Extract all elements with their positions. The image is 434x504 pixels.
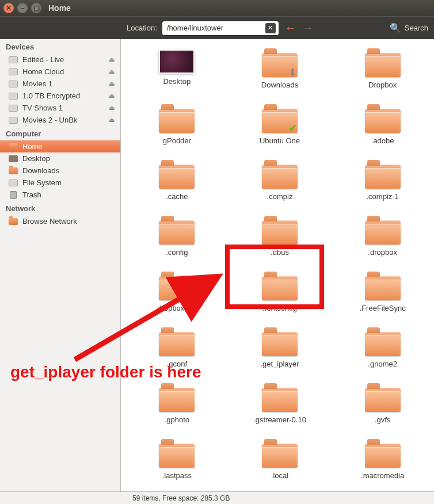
- file-item[interactable]: .dropbox: [337, 217, 428, 257]
- file-label: .dropbox-dist: [155, 304, 199, 312]
- folder-icon: [262, 273, 298, 300]
- close-window-button[interactable]: ✕: [3, 3, 14, 13]
- file-label: .gnome2: [368, 360, 397, 368]
- file-item[interactable]: ✔Ubuntu One: [234, 105, 326, 145]
- eject-icon[interactable]: ⏏: [109, 56, 115, 63]
- eject-icon[interactable]: ⏏: [109, 68, 115, 75]
- folder-icon: [159, 273, 195, 300]
- sidebar-computer-item[interactable]: Trash: [0, 189, 120, 201]
- folder-icon: [159, 105, 195, 133]
- desktop-icon: [8, 155, 18, 163]
- check-overlay-icon: ✔: [286, 121, 300, 135]
- search-button[interactable]: 🔍 Search: [390, 22, 428, 33]
- sidebar-item-label: Home: [22, 142, 43, 151]
- sidebar-item-label: Trash: [22, 190, 41, 199]
- location-input[interactable]: [162, 21, 279, 36]
- maximize-window-button[interactable]: ▢: [31, 3, 41, 13]
- file-label: .get_iplayer: [260, 360, 299, 368]
- file-item[interactable]: .gphoto: [131, 384, 223, 424]
- file-label: gPodder: [163, 136, 191, 145]
- nav-back-button[interactable]: ←: [285, 21, 296, 35]
- file-item[interactable]: .config: [131, 217, 223, 257]
- sidebar-item-label: Movies 1: [22, 79, 52, 88]
- sidebar-item-label: File System: [22, 178, 62, 187]
- file-item[interactable]: .get_iplayer: [234, 329, 326, 368]
- file-item[interactable]: .compiz-1: [337, 161, 428, 201]
- file-label: .gvfs: [375, 415, 390, 424]
- desktop-thumb-icon: [159, 49, 195, 74]
- sidebar-device-item[interactable]: TV Shows 1⏏: [0, 102, 120, 114]
- sidebar-device-item[interactable]: Movies 2 - UnBk⏏: [0, 114, 120, 126]
- file-item[interactable]: .macromedia: [337, 440, 428, 480]
- download-overlay-icon: ⬇: [286, 66, 300, 79]
- file-item[interactable]: .fontconfig: [234, 273, 326, 312]
- trash-icon: [8, 191, 18, 199]
- file-item[interactable]: .adobe: [337, 105, 428, 145]
- file-item[interactable]: Dropbox: [337, 49, 428, 89]
- folder-icon: [365, 440, 401, 468]
- sidebar-network-item[interactable]: Browse Network: [0, 215, 120, 227]
- eject-icon[interactable]: ⏏: [109, 80, 115, 87]
- file-label: .FreeFileSync: [360, 304, 406, 312]
- file-label: .compiz: [267, 192, 293, 201]
- file-label: Desktop: [163, 77, 191, 86]
- eject-icon[interactable]: ⏏: [109, 92, 115, 100]
- hdd-icon: [8, 104, 18, 112]
- sidebar-computer-item[interactable]: File System: [0, 177, 120, 189]
- file-item[interactable]: gPodder: [131, 105, 223, 145]
- sidebar-device-item[interactable]: Home Cloud⏏: [0, 66, 120, 78]
- sidebar-header-computer: Computer: [0, 126, 120, 140]
- folder-icon: [365, 105, 401, 133]
- folder-icon: [262, 217, 298, 245]
- file-label: .dbus: [271, 248, 289, 257]
- sidebar-device-item[interactable]: 1.0 TB Encrypted⏏: [0, 90, 120, 102]
- file-item[interactable]: .gstreamer-0.10: [234, 384, 326, 424]
- folder-icon: [8, 143, 18, 151]
- file-item[interactable]: Desktop: [131, 49, 223, 89]
- sidebar-computer-item[interactable]: Desktop: [0, 152, 120, 165]
- file-item[interactable]: .dbus: [234, 217, 326, 257]
- file-label: .fontconfig: [262, 304, 297, 312]
- file-label: .adobe: [371, 136, 394, 145]
- file-item[interactable]: ⬇Downloads: [234, 49, 326, 89]
- folder-icon: [365, 329, 401, 356]
- file-label: .dropbox: [368, 248, 397, 257]
- hdd-icon: [8, 92, 18, 100]
- toolbar: Location: ✕ ← → 🔍 Search: [0, 16, 434, 39]
- file-item[interactable]: .gvfs: [337, 384, 428, 424]
- file-label: .local: [271, 471, 288, 480]
- file-view[interactable]: Desktop⬇DownloadsDropboxgPodder✔Ubuntu O…: [121, 39, 434, 491]
- file-item[interactable]: .cache: [131, 161, 223, 201]
- status-text: 59 items, Free space: 285.3 GB: [132, 494, 230, 502]
- folder-icon: [159, 161, 195, 189]
- eject-icon[interactable]: ⏏: [109, 116, 115, 124]
- sidebar-item-label: Movies 2 - UnBk: [22, 116, 77, 124]
- nav-forward-button[interactable]: →: [302, 21, 314, 35]
- sidebar-item-label: Home Cloud: [22, 67, 64, 76]
- file-item[interactable]: .gconf: [131, 329, 223, 368]
- sidebar-header-network: Network: [0, 201, 120, 215]
- file-item[interactable]: .dropbox-dist: [131, 273, 223, 312]
- folder-icon: [262, 329, 298, 356]
- sidebar-device-item[interactable]: Edited - Live⏏: [0, 54, 120, 66]
- file-item[interactable]: .local: [234, 440, 326, 480]
- folder-icon: [159, 440, 195, 468]
- file-item[interactable]: .gnome2: [337, 329, 428, 368]
- file-item[interactable]: .FreeFileSync: [337, 273, 428, 312]
- folder-icon: ✔: [262, 105, 298, 133]
- file-item[interactable]: .compiz: [234, 161, 326, 201]
- minimize-window-button[interactable]: –: [17, 3, 28, 13]
- sidebar: Devices Edited - Live⏏Home Cloud⏏Movies …: [0, 39, 121, 491]
- folder-icon: [365, 273, 401, 300]
- file-item[interactable]: .lastpass: [131, 440, 223, 480]
- titlebar: ✕ – ▢ Home: [0, 0, 434, 16]
- folder-icon: [365, 49, 401, 77]
- eject-icon[interactable]: ⏏: [109, 104, 115, 112]
- hdd-icon: [8, 179, 18, 187]
- sidebar-device-item[interactable]: Movies 1⏏: [0, 78, 120, 90]
- clear-location-icon[interactable]: ✕: [265, 23, 276, 33]
- sidebar-item-label: 1.0 TB Encrypted: [22, 91, 80, 100]
- sidebar-computer-item[interactable]: Downloads: [0, 165, 120, 177]
- sidebar-computer-item[interactable]: Home: [0, 140, 120, 152]
- folder-icon: [365, 217, 401, 245]
